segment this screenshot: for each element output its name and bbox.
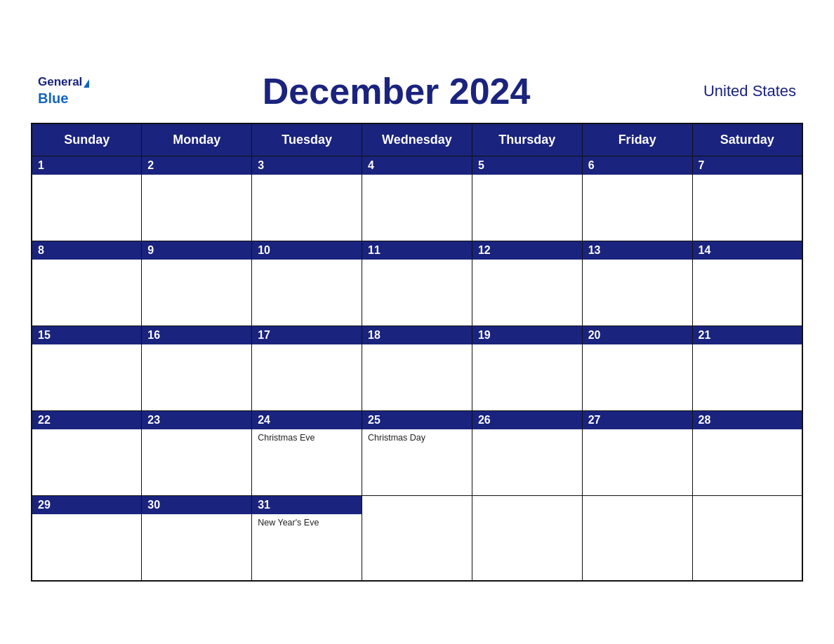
- table-cell: 0: [362, 495, 472, 581]
- date-number: 22: [32, 411, 141, 429]
- calendar-container: General Blue December 2024 United States…: [31, 63, 803, 582]
- date-number: 9: [142, 241, 251, 260]
- calendar-title: December 2024: [263, 70, 531, 112]
- header-monday: Monday: [142, 123, 252, 156]
- date-number: 2: [142, 156, 251, 175]
- event-label: Christmas Eve: [252, 429, 362, 446]
- date-number: 13: [583, 241, 692, 260]
- date-number: 1: [32, 156, 141, 175]
- table-cell: 17: [252, 326, 362, 410]
- table-cell: 19: [472, 326, 582, 410]
- date-number: 12: [472, 241, 582, 260]
- table-cell: 1: [32, 156, 142, 241]
- date-number: 17: [252, 326, 362, 344]
- date-number: 7: [693, 156, 802, 175]
- date-number: 14: [693, 241, 802, 260]
- week-row-5: 293031New Year's Eve0000: [32, 495, 802, 581]
- calendar-header: General Blue December 2024 United States: [31, 63, 803, 123]
- header-tuesday: Tuesday: [252, 123, 362, 156]
- date-number: 29: [32, 496, 141, 514]
- table-cell: 25Christmas Day: [362, 410, 472, 495]
- table-cell: 5: [472, 156, 582, 241]
- header-friday: Friday: [582, 123, 692, 156]
- header-wednesday: Wednesday: [362, 123, 472, 156]
- date-number: 10: [252, 241, 362, 260]
- table-cell: 14: [692, 241, 802, 326]
- date-number: 21: [693, 326, 802, 344]
- table-cell: 18: [362, 326, 472, 410]
- date-number: 30: [142, 496, 251, 514]
- table-cell: 4: [362, 156, 472, 241]
- table-cell: 9: [142, 241, 252, 326]
- weekday-header-row: Sunday Monday Tuesday Wednesday Thursday…: [32, 123, 802, 156]
- table-cell: 0: [692, 495, 802, 581]
- date-number: 0: [693, 496, 802, 514]
- table-cell: 21: [692, 326, 802, 410]
- date-number: 15: [32, 326, 141, 344]
- table-cell: 11: [362, 241, 472, 326]
- table-cell: 29: [32, 495, 142, 581]
- date-number: 4: [362, 156, 472, 175]
- logo-blue: Blue: [38, 90, 68, 107]
- date-number: 20: [583, 326, 692, 344]
- table-cell: 31New Year's Eve: [252, 495, 362, 581]
- table-cell: 13: [582, 241, 692, 326]
- date-number: 5: [472, 156, 582, 175]
- logo-general: General: [38, 75, 82, 88]
- table-cell: 20: [582, 326, 692, 410]
- date-number: 16: [142, 326, 251, 344]
- table-cell: 3: [252, 156, 362, 241]
- date-number: 19: [472, 326, 582, 344]
- date-number: 25: [362, 411, 472, 429]
- event-label: Christmas Day: [362, 429, 472, 446]
- date-number: 18: [362, 326, 472, 344]
- week-row-1: 1234567: [32, 156, 802, 241]
- header-saturday: Saturday: [692, 123, 802, 156]
- date-number: 31: [252, 496, 362, 514]
- table-cell: 26: [472, 410, 582, 495]
- table-cell: 22: [32, 410, 142, 495]
- header-sunday: Sunday: [32, 123, 142, 156]
- logo: General Blue: [38, 75, 89, 106]
- table-cell: 7: [692, 156, 802, 241]
- date-number: 0: [472, 496, 582, 514]
- date-number: 11: [362, 241, 472, 260]
- event-label: New Year's Eve: [252, 514, 362, 531]
- table-cell: 0: [582, 495, 692, 581]
- date-number: 8: [32, 241, 141, 260]
- week-row-4: 222324Christmas Eve25Christmas Day262728: [32, 410, 802, 495]
- table-cell: 24Christmas Eve: [252, 410, 362, 495]
- date-number: 0: [362, 496, 472, 514]
- header-thursday: Thursday: [472, 123, 582, 156]
- date-number: 26: [472, 411, 582, 429]
- calendar-region: United States: [703, 82, 796, 100]
- table-cell: 15: [32, 326, 142, 410]
- week-row-3: 15161718192021: [32, 326, 802, 410]
- table-cell: 6: [582, 156, 692, 241]
- date-number: 27: [583, 411, 692, 429]
- table-cell: 0: [472, 495, 582, 581]
- table-cell: 2: [142, 156, 252, 241]
- table-cell: 12: [472, 241, 582, 326]
- table-cell: 10: [252, 241, 362, 326]
- date-number: 24: [252, 411, 362, 429]
- table-cell: 30: [142, 495, 252, 581]
- date-number: 3: [252, 156, 362, 175]
- date-number: 28: [693, 411, 802, 429]
- date-number: 23: [142, 411, 251, 429]
- date-number: 6: [583, 156, 692, 175]
- week-row-2: 891011121314: [32, 241, 802, 326]
- table-cell: 28: [692, 410, 802, 495]
- table-cell: 16: [142, 326, 252, 410]
- date-number: 0: [583, 496, 692, 514]
- table-cell: 23: [142, 410, 252, 495]
- table-cell: 8: [32, 241, 142, 326]
- calendar-table: Sunday Monday Tuesday Wednesday Thursday…: [31, 123, 803, 582]
- table-cell: 27: [582, 410, 692, 495]
